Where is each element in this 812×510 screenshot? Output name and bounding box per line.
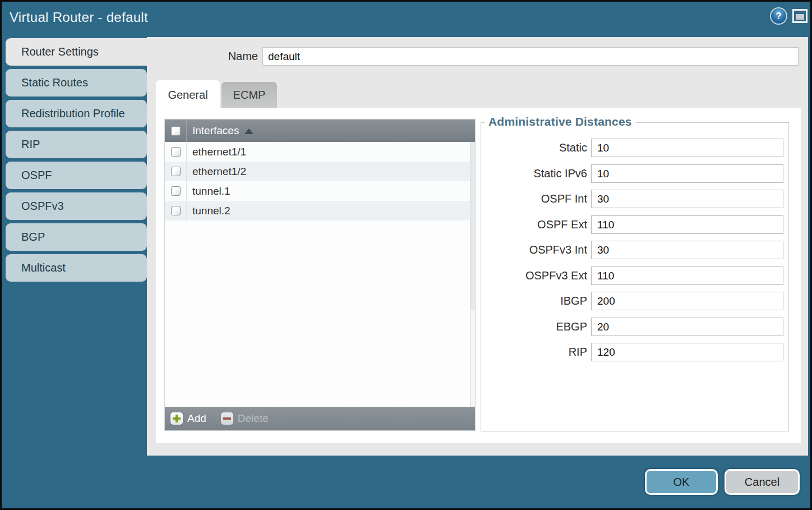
- name-input[interactable]: [262, 47, 799, 66]
- header-checkbox-cell: [165, 120, 187, 142]
- static-ipv6-distance-input[interactable]: [591, 164, 783, 183]
- checkbox-cell: [165, 201, 187, 220]
- interfaces-table-header[interactable]: Interfaces: [165, 120, 475, 142]
- row-checkbox[interactable]: [171, 167, 181, 176]
- sidebar-item-redistribution-profile[interactable]: Redistribution Profile: [6, 100, 147, 127]
- sidebar-item-bgp[interactable]: BGP: [6, 223, 147, 251]
- add-button[interactable]: Add: [170, 412, 206, 425]
- add-button-label: Add: [187, 412, 206, 425]
- table-scrollbar[interactable]: [470, 142, 475, 407]
- distance-row: OSPFv3 Ext: [481, 267, 788, 285]
- interface-name: tunnel.1: [187, 185, 230, 197]
- sidebar-item-ospf[interactable]: OSPF: [6, 162, 147, 189]
- ospfv3-ext-distance-input[interactable]: [591, 267, 783, 285]
- sidebar-item-ospfv3[interactable]: OSPFv3: [6, 192, 147, 220]
- ebgp-distance-input[interactable]: [591, 318, 783, 336]
- table-row[interactable]: ethernet1/1: [165, 142, 470, 162]
- name-label: Name: [219, 47, 258, 66]
- dialog-title: Virtual Router - default: [10, 10, 148, 25]
- static-label: Static: [481, 139, 587, 157]
- distance-row: OSPFv3 Int: [481, 241, 788, 259]
- row-checkbox[interactable]: [171, 147, 181, 157]
- virtual-router-dialog: Virtual Router - default Router Settings…: [0, 0, 812, 510]
- interface-name: tunnel.2: [187, 205, 230, 217]
- interfaces-column-header: Interfaces: [187, 125, 239, 137]
- tab-general[interactable]: General: [156, 80, 220, 108]
- window-icon-inner: [796, 14, 804, 20]
- table-row[interactable]: tunnel.1: [165, 181, 470, 201]
- ospf-ext-distance-input[interactable]: [591, 215, 783, 234]
- cancel-button[interactable]: Cancel: [725, 469, 800, 495]
- interface-name: ethernet1/2: [187, 166, 246, 178]
- scrollbar-thumb[interactable]: [470, 142, 475, 310]
- minus-icon: [221, 412, 233, 425]
- sidebar-item-multicast[interactable]: Multicast: [6, 254, 147, 282]
- static-ipv6-label: Static IPv6: [481, 164, 587, 183]
- checkbox-cell: [165, 142, 187, 162]
- interface-name: ethernet1/1: [187, 146, 246, 158]
- ok-button[interactable]: OK: [645, 469, 718, 495]
- distance-row: RIP: [481, 343, 788, 361]
- interfaces-table: Interfaces ethernet1/1 ethernet1/2: [164, 119, 476, 431]
- ibgp-label: IBGP: [481, 292, 587, 310]
- table-row[interactable]: tunnel.2: [165, 201, 470, 220]
- distance-row: IBGP: [481, 292, 788, 310]
- table-footer: Add Delete: [165, 407, 475, 430]
- ebgp-label: EBGP: [481, 318, 587, 336]
- ibgp-distance-input[interactable]: [591, 292, 783, 310]
- ospf-int-distance-input[interactable]: [591, 190, 783, 208]
- plus-icon: [170, 412, 183, 425]
- checkbox-cell: [165, 181, 187, 201]
- window-icon[interactable]: [792, 9, 808, 23]
- distance-row: OSPF Ext: [481, 215, 788, 234]
- sidebar-item-rip[interactable]: RIP: [6, 131, 147, 158]
- tab-ecmp[interactable]: ECMP: [222, 82, 277, 108]
- delete-button-label: Delete: [238, 412, 269, 425]
- select-all-checkbox[interactable]: [171, 126, 181, 136]
- distance-row: EBGP: [481, 318, 788, 336]
- rip-distance-input[interactable]: [591, 343, 783, 361]
- ospf-ext-label: OSPF Ext: [481, 215, 587, 234]
- row-checkbox[interactable]: [171, 186, 181, 196]
- sort-ascending-icon: [244, 128, 253, 134]
- administrative-distances-group: Administrative Distances Static Static I…: [481, 122, 789, 431]
- sidebar-item-router-settings[interactable]: Router Settings: [6, 38, 147, 66]
- ospfv3-int-distance-input[interactable]: [591, 241, 783, 259]
- checkbox-cell: [165, 162, 187, 181]
- general-tab-content: Interfaces ethernet1/1 ethernet1/2: [156, 108, 801, 443]
- administrative-distances-title: Administrative Distances: [485, 115, 636, 128]
- distance-row: Static IPv6: [481, 164, 788, 183]
- ospfv3-ext-label: OSPFv3 Ext: [481, 267, 587, 285]
- row-checkbox[interactable]: [171, 206, 181, 215]
- table-row[interactable]: ethernet1/2: [165, 162, 470, 181]
- help-icon[interactable]: [771, 8, 786, 24]
- distance-row: OSPF Int: [481, 190, 788, 208]
- sidebar-item-static-routes[interactable]: Static Routes: [6, 69, 147, 97]
- static-distance-input[interactable]: [591, 139, 783, 157]
- ospfv3-int-label: OSPFv3 Int: [481, 241, 587, 259]
- router-settings-panel: Name General ECMP Interfaces et: [147, 37, 808, 456]
- distance-row: Static: [481, 139, 788, 157]
- rip-label: RIP: [481, 343, 587, 361]
- ospf-int-label: OSPF Int: [481, 190, 587, 208]
- delete-button[interactable]: Delete: [221, 412, 269, 425]
